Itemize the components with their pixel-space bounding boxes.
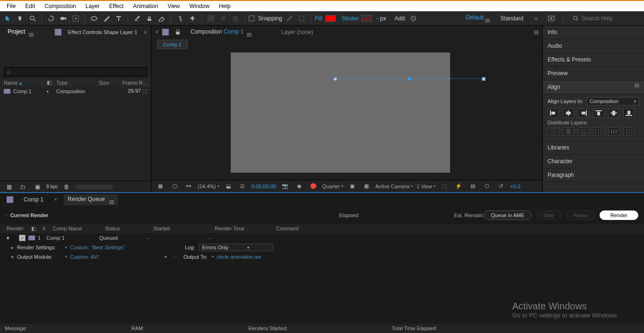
menu-help[interactable]: Help: [214, 2, 235, 10]
pen-tool-icon[interactable]: [101, 13, 112, 24]
zoom-dropdown[interactable]: (24.4%)▾: [198, 184, 219, 189]
transparency-icon[interactable]: ▩: [361, 181, 372, 192]
remove-output-icon[interactable]: －: [172, 253, 179, 260]
hdr-framerate[interactable]: Frame R...: [122, 80, 147, 86]
panel-libraries[interactable]: Libraries: [543, 141, 644, 155]
clone-tool-icon[interactable]: [144, 13, 155, 24]
add-menu-icon[interactable]: [408, 13, 418, 24]
show-snapshot-icon[interactable]: ◉: [294, 181, 305, 192]
hdr-type[interactable]: Type: [56, 80, 99, 86]
ot-dropdown-icon[interactable]: ▾: [212, 254, 214, 259]
lock-icon[interactable]: [173, 27, 183, 37]
queue-in-ame-button[interactable]: Queue in AME: [484, 210, 531, 220]
exposure-value[interactable]: +0.0: [510, 184, 521, 189]
stroke-px[interactable]: - px: [376, 15, 386, 22]
add-output-icon[interactable]: ＋: [163, 253, 169, 260]
composition-tab[interactable]: Composition Comp 1: [187, 27, 255, 38]
dist-left-icon[interactable]: [593, 127, 604, 136]
bpc-label[interactable]: 8 bpc: [46, 184, 58, 189]
project-slider[interactable]: [76, 184, 113, 189]
interpret-icon[interactable]: ▦: [4, 182, 14, 192]
close-panel-icon[interactable]: ×: [155, 29, 158, 35]
menu-effect[interactable]: Effect: [104, 2, 128, 10]
layout-dropdown[interactable]: Standard: [497, 15, 526, 22]
panel-info[interactable]: Info: [543, 26, 644, 39]
new-comp-icon[interactable]: ▣: [32, 182, 43, 192]
grid-icon[interactable]: ▦: [155, 181, 165, 192]
menu-edit[interactable]: Edit: [20, 2, 40, 10]
stroke-swatch[interactable]: [361, 15, 372, 22]
render-checkbox[interactable]: ✓: [19, 235, 26, 241]
res-full-icon[interactable]: ⬓: [223, 181, 234, 192]
panel-menu-icon[interactable]: [534, 31, 539, 34]
safe-zones-icon[interactable]: ⊡: [237, 181, 248, 192]
align-bottom-icon[interactable]: [623, 108, 635, 118]
panel-preview[interactable]: Preview: [543, 67, 644, 80]
render-settings-value[interactable]: Custom: "Best Settings": [70, 245, 125, 250]
views-dropdown[interactable]: 1 View▾: [417, 184, 435, 189]
roi-icon[interactable]: ▣: [347, 181, 357, 192]
output-to-value[interactable]: circle animation.avi: [217, 254, 261, 260]
mode-icon-2[interactable]: [218, 13, 228, 24]
selection-handle-right[interactable]: [482, 77, 486, 81]
zoom-tool-icon[interactable]: [27, 13, 38, 24]
stop-button[interactable]: Stop: [536, 210, 561, 220]
fill-swatch[interactable]: [325, 15, 336, 22]
selection-tool-icon[interactable]: [3, 13, 13, 24]
align-vcenter-icon[interactable]: [608, 108, 619, 118]
comp-subtab[interactable]: Comp 1: [157, 40, 188, 49]
align-left-icon[interactable]: [548, 108, 559, 118]
delete-icon[interactable]: 🗑: [61, 182, 72, 192]
hdr-label-icon[interactable]: ◧: [47, 79, 56, 86]
panel-effects-presets[interactable]: Effects & Presets: [543, 53, 644, 67]
log-dropdown[interactable]: Errors Only▾: [199, 244, 273, 251]
project-item-row[interactable]: Comp 1 ▪ Composition 29.97 ⬚: [0, 87, 151, 96]
brush-tool-icon[interactable]: [132, 13, 142, 24]
output-module-value[interactable]: Custom: AVI: [70, 254, 99, 260]
render-button[interactable]: Render: [600, 210, 638, 220]
expand-icon[interactable]: ▾: [7, 235, 11, 241]
display-icon[interactable]: 🖵: [169, 181, 180, 192]
hdr-size[interactable]: Size: [99, 80, 122, 86]
flowchart-icon[interactable]: ⬡: [482, 181, 492, 192]
shape-tool-icon[interactable]: [89, 13, 99, 24]
channels-icon[interactable]: 🔴: [308, 181, 319, 192]
render-tab-queue[interactable]: Render Queue: [64, 194, 118, 205]
hdr-name[interactable]: Name▲: [4, 80, 47, 86]
menu-window[interactable]: Window: [184, 2, 214, 10]
snapping-checkbox[interactable]: [249, 16, 254, 21]
sync-icon[interactable]: [546, 13, 557, 24]
om-dropdown-icon[interactable]: ▾: [65, 254, 67, 259]
render-item-row[interactable]: ▾ ✓ 1 Comp 1 Queued - -: [0, 233, 644, 243]
stroke-label[interactable]: Stroke:: [341, 15, 359, 22]
puppet-tool-icon[interactable]: [187, 13, 198, 24]
pause-button[interactable]: Pause: [566, 210, 595, 220]
render-tab-close-icon[interactable]: ×: [54, 196, 57, 203]
timeline-icon[interactable]: ▤: [468, 181, 478, 192]
camera-dropdown[interactable]: Active Camera▾: [375, 184, 413, 189]
menu-view[interactable]: View: [163, 2, 185, 10]
pixel-aspect-icon[interactable]: ⬚: [439, 181, 450, 192]
selection-handle-left[interactable]: [333, 77, 337, 81]
search-help[interactable]: [570, 15, 641, 22]
dist-vcenter-icon[interactable]: [563, 127, 574, 136]
panel-align-header[interactable]: Align: [543, 80, 644, 94]
project-tab[interactable]: Project: [4, 27, 37, 38]
anchor-tool-icon[interactable]: [70, 13, 81, 24]
selection-handle-center[interactable]: [408, 77, 411, 81]
fast-preview-icon[interactable]: ⚡: [453, 181, 464, 192]
align-hcenter-icon[interactable]: [563, 108, 574, 118]
dist-hcenter-icon[interactable]: [608, 127, 619, 136]
shape-selection[interactable]: [335, 79, 484, 79]
dist-right-icon[interactable]: [623, 127, 635, 136]
mode-icon-1[interactable]: [206, 13, 216, 24]
rotate-tool-icon[interactable]: [46, 13, 56, 24]
panel-overflow-icon[interactable]: »: [144, 29, 147, 35]
snap-opt-icon[interactable]: [284, 13, 295, 24]
resolution-dropdown[interactable]: Quarter▾: [322, 184, 343, 189]
overflow-icon[interactable]: »: [531, 13, 541, 24]
panel-character[interactable]: Character: [543, 155, 644, 168]
menu-layer[interactable]: Layer: [81, 2, 104, 10]
layer-tab[interactable]: Layer (none): [277, 27, 317, 37]
menu-file[interactable]: File: [2, 2, 20, 10]
